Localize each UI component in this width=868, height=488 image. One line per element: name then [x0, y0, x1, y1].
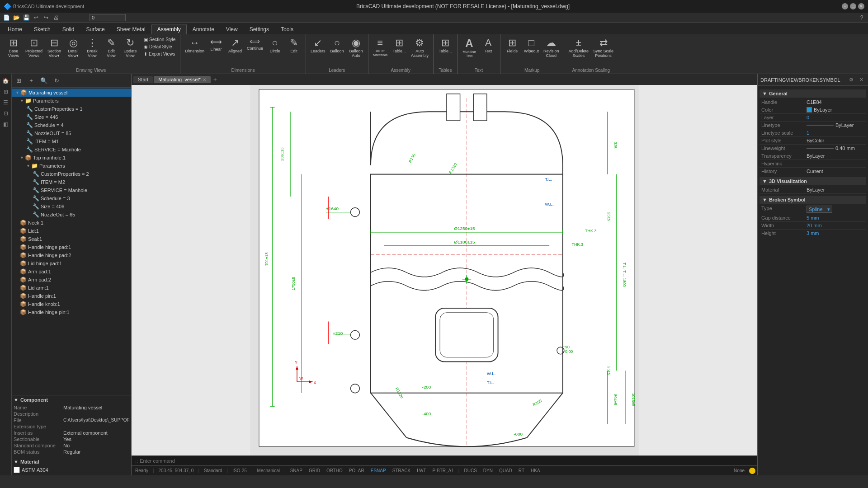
tables-button[interactable]: ⊞ Table... — [436, 36, 454, 54]
tree-item-nozzle2[interactable]: 🔧 NozzleOut = 65 — [12, 211, 131, 219]
wipeout-button[interactable]: □ Wipeout — [522, 36, 541, 54]
tree-item-lid-hinge[interactable]: 📦 Lid hinge pad:1 — [12, 259, 131, 267]
tab-view[interactable]: View — [220, 24, 244, 34]
tree-item-service2[interactable]: 🔧 SERVICE = Manhole — [12, 186, 131, 194]
qa-new[interactable]: 📄 — [2, 13, 11, 22]
linear-button[interactable]: ⟷ Linear — [207, 36, 225, 52]
esnap-toggle[interactable]: ESNAP — [369, 468, 388, 473]
detail-style-button[interactable]: ◉Detail Style — [142, 43, 177, 50]
tree-item-service[interactable]: 🔧 SERVICE = Manhole — [12, 145, 131, 154]
window-controls[interactable]: − □ ✕ — [842, 3, 864, 9]
strack-toggle[interactable]: STRACK — [391, 468, 413, 473]
qa-help[interactable]: ? — [857, 13, 866, 22]
tree-item-lid[interactable]: 📦 Lid:1 — [12, 227, 131, 235]
section-style-button[interactable]: ▣Section Style — [142, 36, 177, 43]
type-dropdown[interactable]: Spline ▾ — [807, 206, 832, 213]
tree-item-custprops[interactable]: 🔧 CustomProperties = 1 — [12, 105, 131, 113]
tree-item-lid-arm[interactable]: 📦 Lid arm:1 — [12, 284, 131, 292]
auto-assembly-button[interactable]: ⚙ AutoAssembly — [409, 36, 430, 59]
tree-item-custprops2[interactable]: 🔧 CustomProperties = 2 — [12, 170, 131, 178]
qa-open[interactable]: 📂 — [12, 13, 21, 22]
blocks-icon[interactable]: ⊡ — [1, 108, 11, 118]
tree-item-size2[interactable]: 🔧 Size = 406 — [12, 202, 131, 211]
edit-dim-button[interactable]: ✎ Edit — [285, 36, 303, 54]
tree-item-item2[interactable]: 🔧 ITEM = M2 — [12, 178, 131, 186]
tree-item-seal[interactable]: 📦 Seal:1 — [12, 235, 131, 243]
tab-sketch[interactable]: Sketch — [28, 24, 57, 34]
3d-viz-section-header[interactable]: ▼ 3D Visualization — [760, 177, 866, 185]
model-browser-icon[interactable]: 🏠 — [1, 76, 11, 86]
tree-item-schedule[interactable]: 🔧 Schedule = 4 — [12, 121, 131, 129]
text-button[interactable]: A Text — [479, 36, 497, 54]
update-view-button[interactable]: ↻ UpdateView — [121, 36, 139, 59]
ortho-toggle[interactable]: ORTHO — [325, 468, 344, 473]
layers-icon[interactable]: ☰ — [1, 98, 11, 108]
tree-item-schedule2[interactable]: 🔧 Schedule = 3 — [12, 194, 131, 202]
add-icon[interactable]: + — [25, 75, 37, 87]
edit-view-button[interactable]: ✎ EditView — [102, 36, 120, 59]
circle-dim-button[interactable]: ○ Circle — [266, 36, 284, 54]
refresh-icon[interactable]: ↻ — [51, 75, 62, 87]
export-views-button[interactable]: ⬆Export Views — [142, 51, 177, 57]
close-drawing-tab[interactable]: ✕ — [203, 77, 206, 82]
tree-item-handle-hinge2[interactable]: 📦 Handle hinge pad:2 — [12, 251, 131, 259]
tree-item-handle-hinge-pin[interactable]: 📦 Handle hinge pin:1 — [12, 308, 131, 316]
maximize-button[interactable]: □ — [850, 3, 856, 9]
grid-toggle[interactable]: GRID — [307, 468, 322, 473]
tab-tools[interactable]: Tools — [275, 24, 299, 34]
qa-undo[interactable]: ↩ — [32, 13, 41, 22]
qa-redo[interactable]: ↪ — [42, 13, 51, 22]
sync-scale-button[interactable]: ⇄ Sync ScalePositions — [591, 36, 615, 59]
ducs-toggle[interactable]: DUCS — [462, 468, 478, 473]
tree-item-arm1[interactable]: 📦 Arm pad:1 — [12, 267, 131, 276]
filter-icon[interactable]: ⊞ — [13, 75, 24, 87]
tree-item-neck[interactable]: 📦 Neck:1 — [12, 219, 131, 227]
tab-drawing[interactable]: Maturating_vessel* ✕ — [154, 76, 211, 83]
section-view-button[interactable]: ⊟ SectionView▾ — [45, 36, 63, 59]
bill-of-materials-button[interactable]: ≡ Bill ofMaterials — [371, 36, 389, 58]
tree-item-handle-knob[interactable]: 📦 Handle knob:1 — [12, 300, 131, 308]
properties-config-button[interactable]: ⚙ — [847, 76, 855, 84]
table-button[interactable]: ⊞ Table... — [390, 36, 408, 54]
detail-view-button[interactable]: ◎ DetailView▾ — [64, 36, 82, 59]
tab-settings[interactable]: Settings — [244, 24, 275, 34]
polar-toggle[interactable]: POLAR — [347, 468, 366, 473]
balloon-auto-button[interactable]: ◉ BalloonAuto — [347, 36, 365, 59]
tree-item-nozzle[interactable]: 🔧 NozzleOUT = 85 — [12, 129, 131, 137]
qa-save[interactable]: 💾 — [22, 13, 31, 22]
tree-item-handle-pin[interactable]: 📦 Handle pin:1 — [12, 292, 131, 300]
snap-toggle[interactable]: SNAP — [288, 468, 304, 473]
continue-button[interactable]: ⟺ Continue — [245, 36, 265, 52]
tab-assembly[interactable]: Assembly — [151, 24, 187, 34]
search-icon[interactable]: 🔍 — [38, 75, 50, 87]
broken-symbol-section-header[interactable]: ▼ Broken Symbol — [760, 196, 866, 204]
canvas-area[interactable]: 701±13 325 T.L.-T.L. 1800 894±5 1015±5 2… — [132, 85, 757, 455]
break-view-button[interactable]: ⋮ BreakView — [83, 36, 101, 59]
projected-views-button[interactable]: ⊡ ProjectedViews — [24, 36, 44, 59]
minimize-button[interactable]: − — [842, 3, 848, 9]
base-views-button[interactable]: ⊞ BaseViews — [5, 36, 23, 59]
balloon-button[interactable]: ○ Balloon — [328, 36, 346, 54]
add-tab-button[interactable]: + — [212, 76, 219, 83]
tree-item-top-manhole[interactable]: ▼ 📦 Top manhole:1 — [12, 154, 131, 162]
dimension-button[interactable]: ↔ Dimension — [183, 36, 206, 54]
properties-close-button[interactable]: ✕ — [857, 76, 865, 84]
multiline-text-button[interactable]: A MultilineText — [460, 36, 478, 59]
dyn-toggle[interactable]: DYN — [481, 468, 495, 473]
rt-toggle[interactable]: RT — [517, 468, 526, 473]
tree-item-parameters[interactable]: ▼ 📁 Parameters — [12, 97, 131, 105]
add-delete-scales-button[interactable]: ± Add/DeleteScales — [567, 36, 591, 59]
aligned-button[interactable]: ↗ Aligned — [226, 36, 244, 54]
general-section-header[interactable]: ▼ General — [760, 89, 866, 98]
fields-button[interactable]: ⊞ Fields — [503, 36, 521, 54]
properties-icon[interactable]: ⊞ — [1, 87, 11, 97]
tab-start[interactable]: Start — [133, 76, 153, 83]
command-input-top[interactable] — [90, 14, 126, 21]
leaders-button[interactable]: ↙ Leaders — [309, 36, 327, 54]
tool3-icon[interactable]: ◧ — [1, 119, 11, 129]
hka-toggle[interactable]: HKA — [529, 468, 542, 473]
tab-home[interactable]: Home — [2, 24, 28, 34]
tab-solid[interactable]: Solid — [57, 24, 80, 34]
tab-surface[interactable]: Surface — [80, 24, 110, 34]
tree-item-arm2[interactable]: 📦 Arm pad:2 — [12, 276, 131, 284]
